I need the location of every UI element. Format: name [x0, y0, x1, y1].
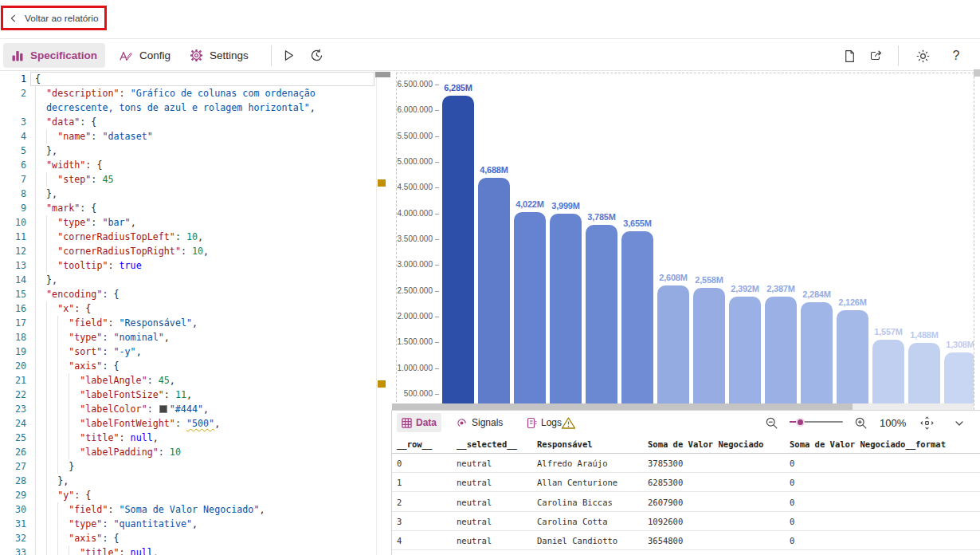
code-line[interactable]: 5}, — [0, 144, 390, 158]
chart-bar[interactable] — [908, 343, 940, 403]
tab-settings[interactable]: Settings — [182, 43, 257, 68]
code-line[interactable]: 32"axis": { — [0, 531, 390, 545]
code-line[interactable]: 7"step": 45 — [0, 172, 390, 187]
code-line[interactable]: 9"mark": { — [0, 201, 390, 215]
code-line[interactable]: 12"cornerRadiusTopRight": 10, — [0, 244, 390, 258]
back-button-label: Voltar ao relatório — [25, 13, 98, 24]
code-editor[interactable]: 1{2"description": "Gráfico de colunas co… — [0, 72, 390, 555]
code-line[interactable]: 25"title": null, — [0, 431, 390, 445]
code-line[interactable]: 8}, — [0, 187, 390, 201]
fit-to-view-icon[interactable] — [919, 411, 935, 435]
table-cell: 2 — [397, 493, 402, 512]
code-line[interactable]: 19"sort": "-y", — [0, 344, 390, 359]
zoom-slider-handle[interactable] — [796, 418, 805, 427]
table-cell: neutral — [457, 493, 492, 512]
code-line[interactable]: 22"labelFontSize": 11, — [0, 388, 390, 402]
code-line[interactable]: 4"name": "dataset" — [0, 129, 390, 144]
chart-plot: 6,285M4,688M4,022M3,999M3,785M3,655M2,60… — [397, 73, 974, 403]
chart-bar[interactable] — [729, 297, 761, 403]
help-icon[interactable]: ? — [943, 43, 969, 69]
table-cell: 3654800 — [648, 531, 683, 550]
table-cell: 1092600 — [648, 512, 683, 531]
chart-bar[interactable] — [765, 297, 797, 403]
code-line[interactable]: 27} — [0, 459, 390, 474]
code-line[interactable]: 29"y": { — [0, 488, 390, 502]
code-line[interactable]: 21"labelAngle": 45, — [0, 373, 390, 388]
scrollbar-thumb[interactable] — [392, 403, 853, 410]
zoom-level[interactable]: 100% — [880, 411, 906, 435]
text-edit-icon — [119, 49, 133, 62]
code-line[interactable]: 11"cornerRadiusTopLeft": 10, — [0, 230, 390, 244]
line-number: 30 — [0, 502, 26, 517]
chart-horizontal-scrollbar[interactable] — [392, 403, 974, 410]
warning-icon[interactable] — [561, 411, 576, 435]
line-number: 4 — [0, 129, 26, 144]
code-line[interactable]: 30"field": "Soma de Valor Negociado", — [0, 502, 390, 517]
chart-bar[interactable] — [693, 288, 725, 403]
code-line[interactable]: 15"encoding": { — [0, 287, 390, 301]
code-line[interactable]: 20"axis": { — [0, 359, 390, 373]
code-line[interactable]: 1{ — [0, 72, 390, 86]
play-icon[interactable] — [276, 43, 302, 69]
chart-bar[interactable] — [478, 178, 510, 403]
code-line[interactable]: 33"title": null, — [0, 545, 390, 555]
table-cell: Allan Centurione — [537, 473, 617, 492]
code-line[interactable]: decrescente, tons de azul e rolagem hori… — [0, 100, 390, 115]
line-number: 13 — [0, 258, 26, 273]
chart-bar[interactable] — [872, 340, 904, 403]
code-line[interactable]: 31"type": "quantitative", — [0, 517, 390, 531]
chart-bar[interactable] — [801, 302, 833, 403]
bar-chart-icon — [11, 49, 24, 62]
line-number: 1 — [0, 72, 26, 86]
collapse-panel-icon[interactable] — [953, 411, 966, 435]
code-line[interactable]: 3"data": { — [0, 115, 390, 129]
history-icon[interactable] — [304, 43, 330, 69]
code-line[interactable]: 23"labelColor": "#444", — [0, 402, 390, 416]
tab-config[interactable]: Config — [111, 43, 178, 68]
toolbar-divider — [271, 45, 272, 66]
back-to-report-button[interactable]: Voltar ao relatório — [3, 13, 98, 24]
export-icon[interactable] — [864, 43, 889, 69]
code-line[interactable]: 2"description": "Gráfico de colunas com … — [0, 86, 390, 100]
line-number: 2 — [0, 86, 26, 100]
table-header-cell: Responsável — [537, 435, 593, 454]
chart-bar[interactable] — [657, 285, 689, 403]
chart-bar[interactable] — [550, 214, 582, 403]
tab-data[interactable]: Data — [397, 413, 441, 432]
code-line[interactable]: 13"tooltip": true — [0, 258, 390, 273]
chart-bar[interactable] — [837, 310, 868, 403]
chart-bar[interactable] — [944, 352, 974, 403]
line-number: 23 — [0, 402, 26, 416]
table-header-cell: Soma de Valor Negociado — [648, 435, 763, 454]
code-line[interactable]: 14}, — [0, 273, 390, 287]
code-line[interactable]: 17"field": "Responsável", — [0, 316, 390, 330]
zoom-in-icon[interactable] — [854, 411, 868, 435]
code-line[interactable]: 24"labelFontWeight": "500", — [0, 416, 390, 431]
tab-label: Logs — [541, 417, 562, 428]
data-grid-icon — [402, 418, 412, 428]
code-line[interactable]: 16"x": { — [0, 301, 390, 316]
theme-icon[interactable] — [910, 43, 935, 69]
zoom-out-icon[interactable] — [765, 411, 778, 435]
chart-bar[interactable] — [442, 96, 474, 403]
tab-signals[interactable]: Signals — [451, 413, 508, 432]
editor-scrollbar-thumb[interactable] — [375, 72, 390, 77]
code-line[interactable]: 10"type": "bar", — [0, 215, 390, 230]
code-line[interactable]: 6"width": { — [0, 158, 390, 172]
code-line[interactable]: 26"labelPadding": 10 — [0, 445, 390, 459]
line-number: 6 — [0, 158, 26, 172]
code-line[interactable]: 28}, — [0, 474, 390, 488]
tab-logs[interactable]: Logs — [521, 413, 566, 432]
table-cell: 0 — [790, 493, 794, 512]
tab-specification[interactable]: Specification — [3, 43, 105, 68]
bar-value-label: 6,285M — [425, 83, 491, 92]
line-number: 32 — [0, 531, 26, 545]
line-number: 21 — [0, 373, 26, 388]
new-document-icon[interactable] — [837, 43, 862, 69]
tab-label: Data — [416, 417, 437, 428]
code-line[interactable]: 18"type": "nominal", — [0, 330, 390, 344]
vertical-scrollbar-thumb[interactable] — [974, 69, 980, 77]
chart-bar[interactable] — [621, 231, 653, 403]
chart-bar[interactable] — [586, 225, 617, 403]
chart-bar[interactable] — [514, 212, 546, 403]
